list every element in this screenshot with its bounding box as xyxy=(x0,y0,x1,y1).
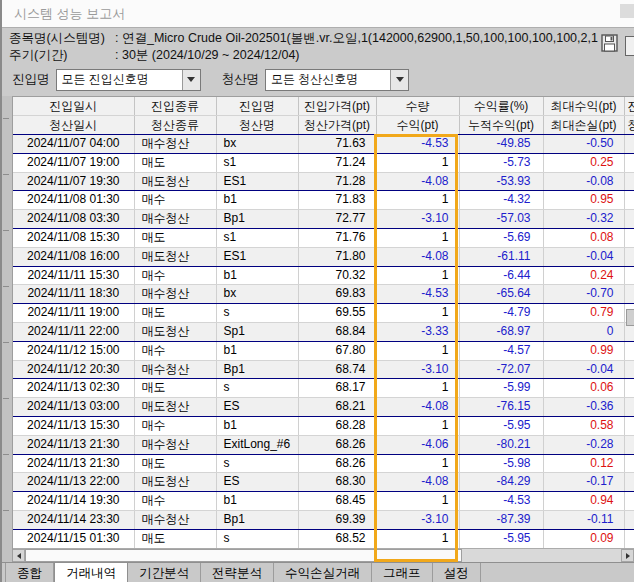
cell-price: 69.55 xyxy=(298,304,376,323)
col-entry-price[interactable]: 진입가격(pt) xyxy=(298,97,376,116)
entry-dropdown-button[interactable] xyxy=(182,70,200,90)
cell-qty-profit: 1 xyxy=(376,454,459,473)
col-max-loss[interactable]: 최대손실(pt) xyxy=(543,116,624,135)
exit-signal-dropdown[interactable]: 모든 청산신호명 xyxy=(265,69,409,91)
tab-전략분석[interactable]: 전략분석 xyxy=(201,563,274,582)
cell-clipped xyxy=(624,285,634,304)
col-profit[interactable]: 수익(pt) xyxy=(376,116,459,135)
cell-cum-profit: -5.69 xyxy=(459,228,543,247)
cell-price: 71.76 xyxy=(298,228,376,247)
cell-clipped xyxy=(624,473,634,492)
table-row[interactable]: 2024/11/11 19:00매도s69.551-4.790.79 xyxy=(13,304,634,323)
cell-datetime: 2024/11/11 19:00 xyxy=(13,304,134,323)
table-row[interactable]: 2024/11/13 02:30매도s68.171-5.990.06 xyxy=(13,379,634,398)
table-row[interactable]: 2024/11/12 20:30매수청산Bp168.74-3.10-72.07-… xyxy=(13,360,634,379)
save-icon[interactable] xyxy=(601,34,618,52)
tab-수익손실거래[interactable]: 수익손실거래 xyxy=(274,563,372,582)
cell-price: 68.45 xyxy=(298,492,376,511)
cell-clipped xyxy=(624,247,634,266)
cell-max-profit-loss: -0.08 xyxy=(543,172,624,191)
table-row[interactable]: 2024/11/13 21:30매도s68.261-5.980.12 xyxy=(13,454,634,473)
cell-datetime: 2024/11/13 02:30 xyxy=(13,379,134,398)
left-edge-scrollbar-strip[interactable] xyxy=(2,96,13,562)
scroll-right-button[interactable] xyxy=(621,549,634,562)
table-row[interactable]: 2024/11/07 04:00매수청산bx71.63-4.53-49.85-0… xyxy=(13,135,634,154)
document-icon-partial[interactable] xyxy=(625,36,634,56)
cell-clipped xyxy=(624,454,634,473)
filter-bar: 진입명 모든 진입신호명 청산명 모든 청산신호명 xyxy=(2,63,634,96)
table-row[interactable]: 2024/11/11 22:00매도청산Sp168.84-3.33-68.970 xyxy=(13,322,634,341)
scrollbar-track[interactable] xyxy=(462,549,621,562)
tab-종합[interactable]: 종합 xyxy=(5,563,54,582)
cell-clipped xyxy=(624,398,634,417)
table-row[interactable]: 2024/11/07 19:00매도s171.241-5.730.25 xyxy=(13,153,634,172)
period-row: 주기(기간): 30분 (2024/10/29 ~ 2024/12/04) xyxy=(2,47,634,64)
cell-cum-profit: -5.95 xyxy=(459,529,543,548)
table-row[interactable]: 2024/11/13 22:00매도청산ES68.30-4.08-84.29-0… xyxy=(13,473,634,492)
exit-dropdown-button[interactable] xyxy=(390,70,408,90)
col-exit-datetime[interactable]: 청산일시 xyxy=(13,116,134,135)
col-entry-datetime[interactable]: 진입일시 xyxy=(13,97,134,116)
cell-trade-type: 매도 xyxy=(134,529,216,548)
cell-price: 71.28 xyxy=(298,172,376,191)
col-entry-type[interactable]: 진입종류 xyxy=(134,97,216,116)
cell-clipped xyxy=(624,210,634,229)
tab-그래프[interactable]: 그래프 xyxy=(372,563,433,582)
col-profit-rate[interactable]: 수익률(%) xyxy=(459,97,543,116)
cell-price: 68.26 xyxy=(298,454,376,473)
table-row[interactable]: 2024/11/13 21:30매수청산ExitLong_#668.26-4.0… xyxy=(13,435,634,454)
table-row[interactable]: 2024/11/08 01:30매수b171.831-4.320.95 xyxy=(13,191,634,210)
col-max-profit[interactable]: 최대수익(pt) xyxy=(543,97,624,116)
tab-기간분석[interactable]: 기간분석 xyxy=(128,563,201,582)
cell-cum-profit: -80.21 xyxy=(459,435,543,454)
table-row[interactable]: 2024/11/14 19:30매수b168.451-4.530.94 xyxy=(13,492,634,511)
table-row[interactable]: 2024/11/11 18:30매수청산bx69.83-4.53-65.64-0… xyxy=(13,285,634,304)
cell-max-profit-loss: 0.25 xyxy=(543,153,624,172)
col-exit-price[interactable]: 청산가격(pt) xyxy=(298,116,376,135)
entry-signal-selected: 모든 진입신호명 xyxy=(57,71,182,88)
table-row[interactable]: 2024/11/08 15:30매도s171.761-5.690.08 xyxy=(13,228,634,247)
table-row[interactable]: 2024/11/14 23:30매수청산Bp169.39-3.10-87.39-… xyxy=(13,510,634,529)
cell-signal-name: s xyxy=(216,379,298,398)
cell-qty-profit: -4.08 xyxy=(376,398,459,417)
col-clipped-2[interactable]: 청 xyxy=(624,116,634,135)
cell-clipped xyxy=(624,172,634,191)
tab-설정[interactable]: 설정 xyxy=(433,563,481,582)
cell-datetime: 2024/11/13 21:30 xyxy=(13,454,134,473)
table-row[interactable]: 2024/11/13 15:30매수b168.281-5.950.58 xyxy=(13,416,634,435)
col-exit-name[interactable]: 청산명 xyxy=(216,116,298,135)
table-row[interactable]: 2024/11/12 15:00매수b167.801-4.570.99 xyxy=(13,341,634,360)
vertical-scrollbar-fragment[interactable] xyxy=(626,309,634,326)
cell-clipped xyxy=(624,492,634,511)
col-exit-type[interactable]: 청산종류 xyxy=(134,116,216,135)
table-row[interactable]: 2024/11/13 03:00매도청산ES68.21-4.08-76.15-0… xyxy=(13,398,634,417)
cell-max-profit-loss: 0.94 xyxy=(543,492,624,511)
col-entry-name[interactable]: 진입명 xyxy=(216,97,298,116)
cell-signal-name: ES xyxy=(216,473,298,492)
scrollbar-thumb[interactable] xyxy=(25,549,462,562)
cell-qty-profit: -4.08 xyxy=(376,247,459,266)
tab-거래내역[interactable]: 거래내역 xyxy=(54,563,128,582)
cell-datetime: 2024/11/12 20:30 xyxy=(13,360,134,379)
table-row[interactable]: 2024/11/08 03:30매수청산Bp172.77-3.10-57.03-… xyxy=(13,210,634,229)
scroll-left-button[interactable] xyxy=(12,549,25,562)
cell-price: 68.17 xyxy=(298,379,376,398)
cell-signal-name: Sp1 xyxy=(216,322,298,341)
cell-qty-profit: -4.08 xyxy=(376,473,459,492)
horizontal-scrollbar[interactable] xyxy=(12,548,634,562)
col-quantity[interactable]: 수량 xyxy=(376,97,459,116)
cell-max-profit-loss: 0.09 xyxy=(543,529,624,548)
cell-trade-type: 매수청산 xyxy=(134,210,216,229)
cell-clipped xyxy=(624,379,634,398)
cell-qty-profit: 1 xyxy=(376,341,459,360)
cell-max-profit-loss: 0.06 xyxy=(543,379,624,398)
col-clipped-1[interactable]: 진 xyxy=(624,97,634,116)
table-row[interactable]: 2024/11/15 01:30매도s68.521-5.950.09 xyxy=(13,529,634,548)
table-row[interactable]: 2024/11/07 19:30매도청산ES171.28-4.08-53.93-… xyxy=(13,172,634,191)
table-row[interactable]: 2024/11/11 15:30매수b170.321-6.440.24 xyxy=(13,266,634,285)
top-right-button-fragment[interactable] xyxy=(620,4,634,18)
col-cum-profit[interactable]: 누적수익(pt) xyxy=(459,116,543,135)
entry-signal-dropdown[interactable]: 모든 진입신호명 xyxy=(56,69,201,91)
cell-cum-profit: -87.39 xyxy=(459,510,543,529)
table-row[interactable]: 2024/11/08 16:00매도청산ES171.80-4.08-61.11-… xyxy=(13,247,634,266)
